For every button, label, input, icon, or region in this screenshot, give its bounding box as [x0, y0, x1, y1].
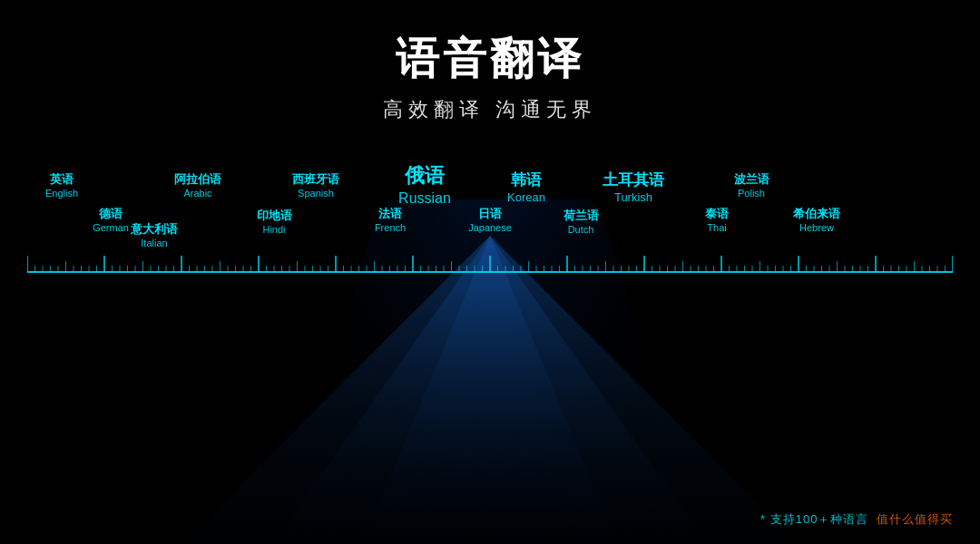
- lang-item-polish: 波兰语Polish: [734, 172, 769, 199]
- lang-zh-french: 法语: [378, 207, 402, 222]
- lang-item-spanish: 西班牙语Spanish: [292, 172, 339, 199]
- lang-en-french: French: [375, 222, 406, 234]
- watermark-text: 值什么值得买: [877, 512, 953, 526]
- lang-en-hebrew: Hebrew: [799, 222, 834, 234]
- lang-item-english: 英语English: [45, 172, 78, 199]
- lang-en-german: German: [93, 222, 129, 234]
- lang-zh-thai: 泰语: [705, 207, 729, 222]
- lang-item-arabic: 阿拉伯语Arabic: [174, 172, 221, 199]
- lang-item-german: 德语German: [93, 207, 129, 234]
- page-wrapper: 语音翻译 高效翻译 沟通无界: [0, 0, 980, 544]
- lang-item-japanese: 日语Japanese: [468, 207, 512, 234]
- lang-zh-korean: 韩语: [511, 170, 542, 190]
- lang-en-japanese: Japanese: [468, 222, 512, 234]
- lang-item-russian: 俄语Russian: [398, 163, 451, 207]
- lang-en-polish: Polish: [738, 188, 765, 199]
- bottom-note-text: * 支持100＋种语言: [760, 512, 868, 526]
- ruler-ticks-svg2: [27, 236, 953, 277]
- lang-item-hebrew: 希伯来语Hebrew: [793, 207, 840, 234]
- lang-zh-dutch: 荷兰语: [564, 209, 599, 224]
- lang-en-thai: Thai: [707, 222, 726, 234]
- lang-zh-arabic: 阿拉伯语: [174, 172, 221, 188]
- lang-item-korean: 韩语Korean: [507, 170, 545, 205]
- lang-en-spanish: Spanish: [298, 188, 334, 199]
- lang-zh-german: 德语: [99, 207, 122, 222]
- lang-en-korean: Korean: [507, 190, 545, 205]
- lang-zh-hebrew: 希伯来语: [793, 207, 840, 222]
- lang-en-english: English: [45, 188, 78, 199]
- lang-zh-polish: 波兰语: [734, 172, 769, 188]
- lang-item-dutch: 荷兰语Dutch: [564, 209, 599, 236]
- bottom-note: * 支持100＋种语言 值什么值得买: [760, 511, 953, 528]
- lang-en-arabic: Arabic: [183, 188, 211, 199]
- ruler-section: 英语English德语German阿拉伯语Arabic意大利语Italian西班…: [0, 154, 980, 299]
- lang-zh-russian: 俄语: [405, 163, 445, 189]
- lang-item-thai: 泰语Thai: [705, 207, 729, 234]
- lang-en-turkish: Turkish: [614, 190, 652, 205]
- lang-en-dutch: Dutch: [568, 224, 594, 236]
- lang-zh-english: 英语: [50, 172, 74, 188]
- lang-item-french: 法语French: [375, 207, 406, 234]
- lang-item-hindi: 印地语Hindi: [257, 209, 292, 236]
- lang-zh-hindi: 印地语: [257, 209, 292, 224]
- title-section: 语音翻译 高效翻译 沟通无界: [383, 33, 597, 123]
- languages-container: 英语English德语German阿拉伯语Arabic意大利语Italian西班…: [0, 154, 980, 299]
- lang-zh-spanish: 西班牙语: [292, 172, 339, 188]
- subtitle: 高效翻译 沟通无界: [383, 96, 597, 123]
- lang-en-russian: Russian: [398, 189, 451, 207]
- lang-zh-japanese: 日语: [478, 207, 502, 222]
- lang-en-hindi: Hindi: [262, 224, 285, 236]
- lang-item-turkish: 土耳其语Turkish: [603, 170, 664, 205]
- lang-zh-turkish: 土耳其语: [603, 170, 664, 190]
- main-title: 语音翻译: [383, 33, 597, 85]
